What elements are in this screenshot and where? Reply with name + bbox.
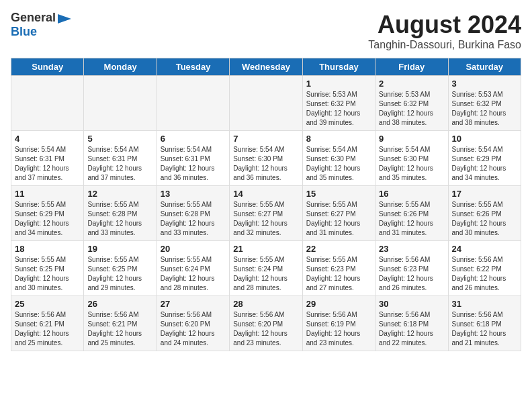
header-day-friday: Friday bbox=[375, 58, 448, 76]
day-info: Sunrise: 5:53 AM Sunset: 6:32 PM Dayligh… bbox=[452, 90, 517, 128]
day-number: 21 bbox=[233, 244, 298, 254]
header-day-monday: Monday bbox=[84, 58, 157, 76]
main-title: August 2024 bbox=[368, 11, 521, 39]
day-number: 24 bbox=[452, 244, 517, 254]
day-info: Sunrise: 5:56 AM Sunset: 6:23 PM Dayligh… bbox=[379, 255, 444, 293]
header: General Blue August 2024 Tanghin-Dassour… bbox=[11, 11, 521, 51]
day-info: Sunrise: 5:55 AM Sunset: 6:28 PM Dayligh… bbox=[87, 200, 152, 238]
calendar-cell bbox=[11, 76, 84, 131]
day-info: Sunrise: 5:56 AM Sunset: 6:22 PM Dayligh… bbox=[452, 255, 517, 293]
week-row-5: 25Sunrise: 5:56 AM Sunset: 6:21 PM Dayli… bbox=[11, 296, 521, 351]
calendar-cell: 17Sunrise: 5:55 AM Sunset: 6:26 PM Dayli… bbox=[448, 186, 521, 241]
header-day-tuesday: Tuesday bbox=[157, 58, 229, 76]
day-info: Sunrise: 5:54 AM Sunset: 6:31 PM Dayligh… bbox=[87, 145, 152, 183]
calendar-cell: 14Sunrise: 5:55 AM Sunset: 6:27 PM Dayli… bbox=[230, 186, 302, 241]
calendar-cell: 10Sunrise: 5:54 AM Sunset: 6:29 PM Dayli… bbox=[448, 131, 521, 186]
calendar-cell: 26Sunrise: 5:56 AM Sunset: 6:21 PM Dayli… bbox=[84, 296, 157, 351]
day-number: 5 bbox=[87, 134, 152, 144]
day-number: 15 bbox=[306, 189, 371, 199]
calendar-cell: 30Sunrise: 5:56 AM Sunset: 6:18 PM Dayli… bbox=[375, 296, 448, 351]
calendar-cell: 6Sunrise: 5:54 AM Sunset: 6:31 PM Daylig… bbox=[157, 131, 229, 186]
calendar-cell: 25Sunrise: 5:56 AM Sunset: 6:21 PM Dayli… bbox=[11, 296, 84, 351]
day-number: 13 bbox=[161, 189, 226, 199]
calendar-body: 1Sunrise: 5:53 AM Sunset: 6:32 PM Daylig… bbox=[11, 76, 521, 351]
calendar-cell: 11Sunrise: 5:55 AM Sunset: 6:29 PM Dayli… bbox=[11, 186, 84, 241]
day-number: 8 bbox=[306, 134, 371, 144]
day-info: Sunrise: 5:56 AM Sunset: 6:21 PM Dayligh… bbox=[15, 310, 80, 348]
calendar-cell: 18Sunrise: 5:55 AM Sunset: 6:25 PM Dayli… bbox=[11, 241, 84, 296]
calendar-cell: 29Sunrise: 5:56 AM Sunset: 6:19 PM Dayli… bbox=[302, 296, 375, 351]
day-number: 17 bbox=[452, 189, 517, 199]
week-row-4: 18Sunrise: 5:55 AM Sunset: 6:25 PM Dayli… bbox=[11, 241, 521, 296]
day-info: Sunrise: 5:54 AM Sunset: 6:30 PM Dayligh… bbox=[233, 145, 298, 183]
day-number: 6 bbox=[161, 134, 226, 144]
calendar-table: SundayMondayTuesdayWednesdayThursdayFrid… bbox=[11, 58, 521, 351]
calendar-cell bbox=[157, 76, 229, 131]
day-info: Sunrise: 5:56 AM Sunset: 6:18 PM Dayligh… bbox=[452, 310, 517, 348]
calendar-header: SundayMondayTuesdayWednesdayThursdayFrid… bbox=[11, 58, 521, 76]
day-number: 25 bbox=[15, 299, 80, 309]
day-info: Sunrise: 5:55 AM Sunset: 6:26 PM Dayligh… bbox=[379, 200, 444, 238]
calendar-cell: 28Sunrise: 5:56 AM Sunset: 6:20 PM Dayli… bbox=[230, 296, 302, 351]
calendar-cell: 31Sunrise: 5:56 AM Sunset: 6:18 PM Dayli… bbox=[448, 296, 521, 351]
week-row-1: 1Sunrise: 5:53 AM Sunset: 6:32 PM Daylig… bbox=[11, 76, 521, 131]
day-number: 4 bbox=[15, 134, 80, 144]
calendar-cell: 3Sunrise: 5:53 AM Sunset: 6:32 PM Daylig… bbox=[448, 76, 521, 131]
calendar-cell: 19Sunrise: 5:55 AM Sunset: 6:25 PM Dayli… bbox=[84, 241, 157, 296]
calendar-cell: 13Sunrise: 5:55 AM Sunset: 6:28 PM Dayli… bbox=[157, 186, 229, 241]
week-row-2: 4Sunrise: 5:54 AM Sunset: 6:31 PM Daylig… bbox=[11, 131, 521, 186]
header-day-saturday: Saturday bbox=[448, 58, 521, 76]
day-number: 3 bbox=[452, 79, 517, 89]
day-number: 20 bbox=[161, 244, 226, 254]
logo-blue: Blue bbox=[11, 25, 37, 38]
day-number: 2 bbox=[379, 79, 444, 89]
calendar-cell: 21Sunrise: 5:55 AM Sunset: 6:24 PM Dayli… bbox=[230, 241, 302, 296]
day-number: 31 bbox=[452, 299, 517, 309]
logo: General Blue bbox=[11, 11, 72, 39]
day-info: Sunrise: 5:54 AM Sunset: 6:29 PM Dayligh… bbox=[452, 145, 517, 183]
day-info: Sunrise: 5:56 AM Sunset: 6:20 PM Dayligh… bbox=[161, 310, 226, 348]
day-number: 30 bbox=[379, 299, 444, 309]
day-info: Sunrise: 5:55 AM Sunset: 6:27 PM Dayligh… bbox=[306, 200, 371, 238]
day-number: 9 bbox=[379, 134, 444, 144]
calendar-cell: 2Sunrise: 5:53 AM Sunset: 6:32 PM Daylig… bbox=[375, 76, 448, 131]
calendar-cell: 8Sunrise: 5:54 AM Sunset: 6:30 PM Daylig… bbox=[302, 131, 375, 186]
day-info: Sunrise: 5:56 AM Sunset: 6:18 PM Dayligh… bbox=[379, 310, 444, 348]
day-info: Sunrise: 5:55 AM Sunset: 6:29 PM Dayligh… bbox=[15, 200, 80, 238]
day-info: Sunrise: 5:54 AM Sunset: 6:31 PM Dayligh… bbox=[15, 145, 80, 183]
day-number: 1 bbox=[306, 79, 371, 89]
day-number: 19 bbox=[87, 244, 152, 254]
calendar-cell: 7Sunrise: 5:54 AM Sunset: 6:30 PM Daylig… bbox=[230, 131, 302, 186]
svg-marker-0 bbox=[58, 14, 71, 24]
day-info: Sunrise: 5:56 AM Sunset: 6:21 PM Dayligh… bbox=[87, 310, 152, 348]
calendar-cell: 9Sunrise: 5:54 AM Sunset: 6:30 PM Daylig… bbox=[375, 131, 448, 186]
calendar-cell: 15Sunrise: 5:55 AM Sunset: 6:27 PM Dayli… bbox=[302, 186, 375, 241]
day-number: 11 bbox=[15, 189, 80, 199]
day-number: 10 bbox=[452, 134, 517, 144]
calendar-cell: 23Sunrise: 5:56 AM Sunset: 6:23 PM Dayli… bbox=[375, 241, 448, 296]
day-info: Sunrise: 5:55 AM Sunset: 6:27 PM Dayligh… bbox=[233, 200, 298, 238]
calendar-cell: 24Sunrise: 5:56 AM Sunset: 6:22 PM Dayli… bbox=[448, 241, 521, 296]
calendar-cell: 1Sunrise: 5:53 AM Sunset: 6:32 PM Daylig… bbox=[302, 76, 375, 131]
day-info: Sunrise: 5:55 AM Sunset: 6:25 PM Dayligh… bbox=[87, 255, 152, 293]
calendar-cell: 20Sunrise: 5:55 AM Sunset: 6:24 PM Dayli… bbox=[157, 241, 229, 296]
day-info: Sunrise: 5:53 AM Sunset: 6:32 PM Dayligh… bbox=[306, 90, 371, 128]
day-info: Sunrise: 5:56 AM Sunset: 6:19 PM Dayligh… bbox=[306, 310, 371, 348]
title-section: August 2024 Tanghin-Dassouri, Burkina Fa… bbox=[368, 11, 521, 51]
day-info: Sunrise: 5:56 AM Sunset: 6:20 PM Dayligh… bbox=[233, 310, 298, 348]
day-info: Sunrise: 5:53 AM Sunset: 6:32 PM Dayligh… bbox=[379, 90, 444, 128]
subtitle: Tanghin-Dassouri, Burkina Faso bbox=[368, 39, 521, 51]
logo-flag-icon bbox=[56, 13, 71, 25]
week-row-3: 11Sunrise: 5:55 AM Sunset: 6:29 PM Dayli… bbox=[11, 186, 521, 241]
day-number: 28 bbox=[233, 299, 298, 309]
day-info: Sunrise: 5:55 AM Sunset: 6:25 PM Dayligh… bbox=[15, 255, 80, 293]
calendar-cell: 16Sunrise: 5:55 AM Sunset: 6:26 PM Dayli… bbox=[375, 186, 448, 241]
calendar-cell: 5Sunrise: 5:54 AM Sunset: 6:31 PM Daylig… bbox=[84, 131, 157, 186]
day-number: 27 bbox=[161, 299, 226, 309]
day-number: 16 bbox=[379, 189, 444, 199]
calendar-cell: 12Sunrise: 5:55 AM Sunset: 6:28 PM Dayli… bbox=[84, 186, 157, 241]
day-number: 23 bbox=[379, 244, 444, 254]
day-info: Sunrise: 5:55 AM Sunset: 6:24 PM Dayligh… bbox=[161, 255, 226, 293]
calendar-cell bbox=[84, 76, 157, 131]
calendar-cell: 4Sunrise: 5:54 AM Sunset: 6:31 PM Daylig… bbox=[11, 131, 84, 186]
